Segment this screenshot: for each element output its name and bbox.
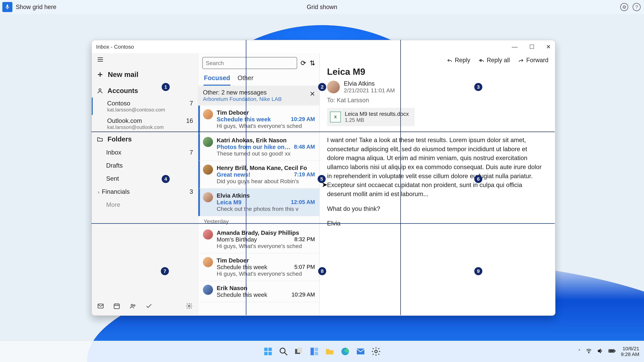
- wifi-icon[interactable]: [586, 348, 592, 355]
- calendar-icon[interactable]: [113, 303, 120, 311]
- voice-access-bar: Show grid here Grid shown ⚙ ?: [0, 0, 644, 14]
- svg-point-13: [188, 305, 190, 307]
- excel-icon: X: [330, 112, 341, 122]
- message-subject: Leica M9: [327, 66, 548, 77]
- close-button[interactable]: ✕: [546, 43, 551, 50]
- sender-avatar: [327, 81, 340, 93]
- folder-drafts[interactable]: Drafts: [92, 159, 198, 172]
- file-explorer-button[interactable]: [323, 345, 336, 358]
- folders-more[interactable]: More: [92, 198, 198, 211]
- tab-other[interactable]: Other: [237, 73, 254, 86]
- message-body: I want one! Take a look at these test re…: [327, 136, 544, 228]
- svg-rect-23: [315, 348, 318, 351]
- svg-point-18: [280, 348, 285, 353]
- svg-point-28: [588, 353, 589, 353]
- svg-rect-24: [315, 352, 318, 355]
- minimize-button[interactable]: —: [512, 43, 518, 50]
- svg-point-27: [375, 350, 377, 353]
- svg-rect-17: [268, 352, 272, 355]
- to-row: To: Kat Larsson: [327, 97, 548, 104]
- folders-header[interactable]: Folders: [92, 132, 198, 146]
- maximize-button[interactable]: ☐: [529, 43, 534, 50]
- message-item[interactable]: Elvia Atkins Leica M912:05 AM Check out …: [198, 189, 319, 216]
- widgets-button[interactable]: [308, 345, 321, 358]
- window-title: Inbox - Contoso: [96, 44, 134, 50]
- clock[interactable]: 10/6/21 9:28 AM: [621, 346, 639, 357]
- filter-icon[interactable]: ⇅: [310, 59, 315, 67]
- search-button[interactable]: [277, 345, 290, 358]
- folder-sent[interactable]: Sent: [92, 172, 198, 185]
- avatar: [203, 229, 213, 240]
- svg-point-5: [99, 89, 101, 91]
- svg-rect-14: [264, 348, 268, 351]
- battery-icon[interactable]: [608, 348, 616, 355]
- svg-point-12: [134, 305, 135, 306]
- account-contoso[interactable]: Contoso7 kat.larsson@contoso.com: [92, 97, 198, 115]
- volume-icon[interactable]: [597, 348, 604, 355]
- chevron-right-icon: ›: [98, 189, 100, 195]
- message-list-pane: Search ⟳ ⇅ Focused Other Other: 2 new me…: [198, 53, 320, 316]
- close-icon[interactable]: ✕: [310, 90, 315, 98]
- gear-icon[interactable]: ⚙: [620, 3, 628, 11]
- taskbar[interactable]: ˄ 10/6/21 9:28 AM: [0, 341, 644, 362]
- task-view-button[interactable]: [292, 345, 305, 358]
- svg-rect-30: [615, 350, 616, 352]
- avatar: [203, 285, 213, 295]
- avatar: [203, 109, 213, 119]
- settings-app-button[interactable]: [370, 345, 382, 358]
- avatar: [203, 165, 213, 175]
- nav-pane: New mail Accounts Contoso7 kat.larsson@c…: [92, 53, 198, 316]
- svg-rect-22: [310, 348, 314, 355]
- folder-financials[interactable]: ›Financials3: [92, 185, 198, 198]
- tray-overflow-icon[interactable]: ˄: [578, 349, 580, 355]
- accounts-header[interactable]: Accounts: [92, 84, 198, 97]
- avatar: [203, 192, 213, 202]
- message-item[interactable]: Tim Deboer Schedule this week10:29 AM Hi…: [198, 106, 319, 133]
- title-bar[interactable]: Inbox - Contoso — ☐ ✕: [92, 40, 555, 53]
- avatar: [203, 257, 213, 267]
- svg-point-11: [131, 304, 133, 306]
- reading-pane: Reply Reply all Forward Leica M9 Elvia A…: [320, 53, 555, 316]
- message-item[interactable]: Erik Nason Schedule this week10:29 AM: [198, 281, 319, 302]
- help-icon[interactable]: ?: [632, 3, 641, 11]
- account-outlook[interactable]: Outlook.com16 kat.larsson@outlook.com: [92, 115, 198, 132]
- edge-button[interactable]: [339, 345, 352, 358]
- svg-rect-15: [268, 348, 272, 351]
- forward-button[interactable]: Forward: [518, 57, 548, 64]
- svg-rect-16: [264, 352, 268, 355]
- avatar: [203, 137, 213, 147]
- mail-app-button[interactable]: [354, 345, 367, 358]
- voice-command-text: Show grid here: [16, 3, 56, 10]
- hamburger-button[interactable]: [92, 53, 198, 67]
- todo-icon[interactable]: [146, 303, 152, 311]
- folder-inbox[interactable]: Inbox7: [92, 146, 198, 159]
- svg-line-19: [285, 353, 287, 355]
- new-mail-button[interactable]: New mail: [92, 67, 198, 84]
- svg-rect-7: [114, 304, 120, 309]
- mail-icon[interactable]: [97, 303, 104, 311]
- other-banner[interactable]: Other: 2 new messages Arboretum Foundati…: [198, 86, 319, 106]
- mail-window: Inbox - Contoso — ☐ ✕ New mail Accounts …: [92, 40, 556, 316]
- sync-icon[interactable]: ⟳: [300, 59, 306, 67]
- mic-icon[interactable]: [2, 2, 12, 12]
- sender-name: Elvia Atkins: [344, 80, 395, 87]
- people-icon[interactable]: [129, 303, 136, 311]
- start-button[interactable]: [262, 345, 274, 358]
- svg-rect-31: [609, 350, 614, 352]
- tab-focused[interactable]: Focused: [204, 73, 230, 86]
- settings-icon[interactable]: [186, 303, 193, 311]
- message-item[interactable]: Henry Brill, Mona Kane, Cecil Fo Great n…: [198, 161, 319, 189]
- message-item[interactable]: Katri Ahokas, Erik Nason Photos from our…: [198, 133, 319, 161]
- reply-all-button[interactable]: Reply all: [479, 57, 510, 64]
- attachment[interactable]: X Leica M9 test results.docx 1.25 MB: [327, 108, 414, 126]
- inbox-tabs: Focused Other: [198, 73, 319, 86]
- svg-rect-26: [357, 349, 364, 355]
- message-item[interactable]: Amanda Brady, Daisy Phillips Mom's Birth…: [198, 226, 319, 253]
- reply-button[interactable]: Reply: [447, 57, 470, 64]
- day-header: Yesterday: [198, 216, 319, 226]
- message-date: 2/21/2021 11:01 AM: [344, 87, 395, 94]
- nav-bottom-bar: [92, 298, 198, 316]
- system-tray[interactable]: ˄ 10/6/21 9:28 AM: [578, 346, 639, 357]
- message-item[interactable]: Tim Deboer Schedule this week5:07 PM Hi …: [198, 253, 319, 281]
- search-input[interactable]: Search: [202, 57, 297, 69]
